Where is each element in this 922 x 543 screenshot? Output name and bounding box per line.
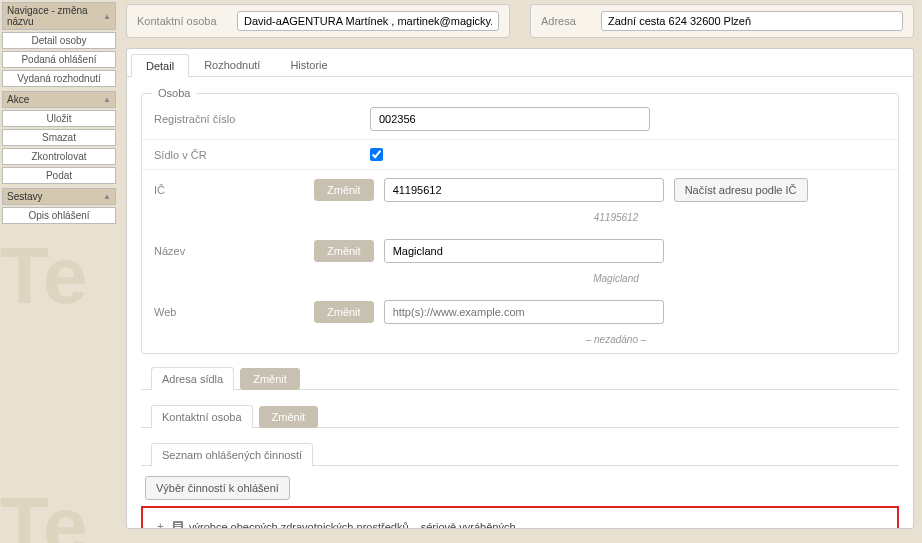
web-change-button[interactable]: Změnit — [314, 301, 374, 323]
seznam-legend: Seznam ohlášených činností — [151, 443, 313, 466]
address-input[interactable] — [601, 11, 903, 31]
sidebar-nav-header[interactable]: Navigace - změna názvu ▲ — [2, 2, 116, 30]
nazev-subtext: Magicland — [476, 273, 756, 284]
reg-input[interactable] — [370, 107, 650, 131]
content-panel: Detail Rozhodnutí Historie Osoba Registr… — [126, 48, 914, 529]
tab-historie[interactable]: Historie — [275, 53, 342, 76]
osoba-legend: Osoba — [152, 87, 196, 99]
sidebar: Navigace - změna názvu ▲ Detail osoby Po… — [0, 0, 118, 543]
collapse-icon: ▲ — [103, 95, 111, 104]
action-check[interactable]: Zkontrolovat — [2, 148, 116, 165]
sidebar-reports-title: Sestavy — [7, 191, 43, 202]
ic-subtext: 41195612 — [476, 212, 756, 223]
contact-input[interactable] — [237, 11, 499, 31]
collapse-icon: ▲ — [103, 192, 111, 201]
nazev-input[interactable] — [384, 239, 664, 263]
nazev-label: Název — [154, 245, 304, 257]
document-icon — [173, 521, 183, 530]
activity-label: výrobce obecných zdravotnických prostřed… — [189, 521, 516, 530]
activity-list: + výrobce obecných zdravotnických prostř… — [157, 518, 883, 529]
adresa-sidla-legend: Adresa sídla — [151, 367, 234, 390]
nav-vydana-rozhodnuti[interactable]: Vydaná rozhodnutí — [2, 70, 116, 87]
report-opis[interactable]: Opis ohlášení — [2, 207, 116, 224]
adresa-change-button[interactable]: Změnit — [240, 368, 300, 390]
nav-detail-osoby[interactable]: Detail osoby — [2, 32, 116, 49]
address-label: Adresa — [541, 15, 591, 27]
contact-field-group: Kontaktní osoba — [126, 4, 510, 38]
address-field-group: Adresa — [530, 4, 914, 38]
tab-rozhodnuti[interactable]: Rozhodnutí — [189, 53, 275, 76]
load-address-button[interactable]: Načíst adresu podle IČ — [674, 178, 808, 202]
ic-change-button[interactable]: Změnit — [314, 179, 374, 201]
action-save[interactable]: Uložit — [2, 110, 116, 127]
osoba-fieldset: Osoba Registrační číslo Sídlo v ČR IČ Zm… — [141, 87, 899, 354]
sidlo-label: Sídlo v ČR — [154, 149, 304, 161]
nav-podana-ohlaseni[interactable]: Podaná ohlášení — [2, 51, 116, 68]
reg-label: Registrační číslo — [154, 113, 304, 125]
action-submit[interactable]: Podat — [2, 167, 116, 184]
tab-detail[interactable]: Detail — [131, 54, 189, 77]
main-content: Kontaktní osoba Adresa Detail Rozhodnutí… — [118, 0, 922, 543]
kontaktni-change-button[interactable]: Změnit — [259, 406, 319, 428]
sidebar-reports-header[interactable]: Sestavy ▲ — [2, 188, 116, 205]
kontaktni-legend: Kontaktní osoba — [151, 405, 253, 428]
tabs: Detail Rozhodnutí Historie — [127, 49, 913, 77]
activity-item: + výrobce obecných zdravotnických prostř… — [157, 518, 883, 529]
expand-icon[interactable]: + — [157, 520, 167, 529]
ic-input[interactable] — [384, 178, 664, 202]
action-delete[interactable]: Smazat — [2, 129, 116, 146]
web-input[interactable] — [384, 300, 664, 324]
activity-box: + výrobce obecných zdravotnických prostř… — [141, 506, 899, 529]
web-label: Web — [154, 306, 304, 318]
contact-label: Kontaktní osoba — [137, 15, 227, 27]
web-subtext: – nezadáno – — [476, 334, 756, 345]
nazev-change-button[interactable]: Změnit — [314, 240, 374, 262]
sidebar-actions-title: Akce — [7, 94, 29, 105]
sidebar-actions-header[interactable]: Akce ▲ — [2, 91, 116, 108]
sidlo-checkbox[interactable] — [370, 148, 383, 161]
select-activities-button[interactable]: Výběr činností k ohlášení — [145, 476, 290, 500]
sidebar-nav-title: Navigace - změna názvu — [7, 5, 103, 27]
ic-label: IČ — [154, 184, 304, 196]
collapse-icon: ▲ — [103, 12, 111, 21]
